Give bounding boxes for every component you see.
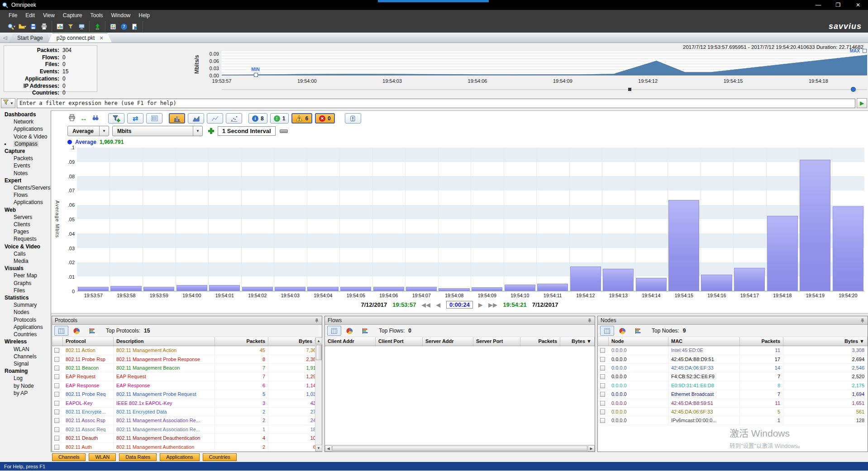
tab-p2p-connect-pkt[interactable]: p2p connect.pkt✕ (48, 33, 112, 43)
pin-icon[interactable] (587, 318, 592, 323)
chart-bar[interactable] (439, 288, 469, 291)
row-checkbox[interactable] (598, 355, 609, 363)
sidebar-item-packets[interactable]: Packets (0, 155, 51, 162)
chart-bar[interactable] (340, 287, 371, 291)
rewind-button[interactable]: ◀ (436, 302, 441, 308)
bar-chart-button[interactable] (169, 113, 185, 124)
bottom-tab-channels[interactable]: Channels (52, 453, 86, 461)
chart-plot-area[interactable] (77, 147, 864, 291)
sidebar-item-applications[interactable]: Applications (0, 125, 51, 133)
monitor-button[interactable] (76, 22, 87, 32)
column-header[interactable]: Node (609, 337, 668, 346)
binoculars-button[interactable] (92, 114, 99, 123)
sidebar-item-channels[interactable]: Channels (0, 353, 51, 360)
chart-bar[interactable] (570, 266, 601, 291)
sidebar-item-summary[interactable]: Summary (0, 301, 51, 309)
sidebar-item-log[interactable]: Log (0, 375, 51, 382)
column-header[interactable]: Client Port (376, 337, 423, 346)
chart-bar[interactable] (110, 286, 141, 291)
close-icon[interactable]: ✕ (99, 35, 103, 41)
timeline-max-marker[interactable] (863, 49, 867, 53)
chart-bar[interactable] (143, 287, 174, 291)
sidebar-item-signal[interactable]: Signal (0, 360, 51, 367)
scroll-thumb[interactable] (332, 446, 587, 451)
table-row[interactable]: 0.0.0.042:45:DA:06:6F:335561 (598, 408, 868, 416)
sidebar-item-flows[interactable]: Flows (0, 191, 51, 199)
sidebar-item-graphs[interactable]: Graphs (0, 280, 51, 287)
table-row[interactable]: EAP RequestEAP Request71,299 (52, 372, 322, 381)
row-checkbox[interactable] (598, 390, 609, 398)
table-row[interactable]: 802.11 Deauth802.11 Management Deauthent… (52, 434, 322, 442)
vertical-scrollbar[interactable]: ▲▼ (315, 338, 322, 452)
column-header[interactable]: Bytes ▼ (783, 337, 868, 346)
table-row[interactable]: 802.11 Probe Req802.11 Management Probe … (52, 390, 322, 399)
sidebar-item-requests[interactable]: Requests (0, 235, 51, 243)
sidebar-item-compass[interactable]: Compass (0, 140, 51, 147)
send-capture-button[interactable] (92, 22, 103, 32)
menu-window[interactable]: Window (107, 11, 135, 20)
row-checkbox[interactable] (52, 399, 63, 407)
sidebar-item-clients-servers[interactable]: Clients/Servers (0, 184, 51, 191)
menu-capture[interactable]: Capture (59, 11, 86, 20)
table-row[interactable]: EAP ResponseEAP Response61,142 (52, 381, 322, 390)
sidebar-item-applications[interactable]: Applications (0, 324, 51, 331)
table-row[interactable]: 802.11 Auth802.11 Management Authenticat… (52, 443, 322, 452)
sidebar-item-events[interactable]: Events (0, 162, 51, 169)
chart-bar[interactable] (636, 278, 667, 291)
table-row[interactable]: 0.0.0.0E0:9D:31:41:E6:D882,175 (598, 381, 868, 390)
area-chart-button[interactable] (188, 113, 204, 124)
event-log-button[interactable] (345, 113, 361, 124)
row-checkbox[interactable] (52, 443, 63, 451)
table-view-button[interactable] (600, 326, 614, 336)
table-row[interactable]: 0.0.0.0F4:CB:52:3C:E6:F972,520 (598, 372, 868, 381)
chart-bar[interactable] (767, 216, 798, 291)
chart-bar[interactable] (209, 285, 240, 291)
column-header[interactable]: MAC (668, 337, 740, 346)
selection-duration[interactable]: 0:00:24 (446, 301, 473, 309)
pie-chart-button[interactable] (343, 326, 357, 336)
row-checkbox[interactable] (52, 416, 63, 424)
chart-bar[interactable] (701, 275, 732, 291)
row-checkbox[interactable] (52, 381, 63, 390)
slider-handle[interactable] (628, 88, 631, 91)
row-checkbox[interactable] (52, 408, 63, 416)
sidebar-item-protocols[interactable]: Protocols (0, 316, 51, 324)
table-row[interactable]: 0.0.0.042:45:DA:B8:D9:51172,694 (598, 355, 868, 364)
column-header[interactable]: Server Port (473, 337, 520, 346)
printer-button[interactable] (68, 114, 76, 123)
menu-file[interactable]: File (5, 11, 21, 20)
column-header[interactable]: Packets (215, 337, 268, 346)
help-button[interactable]: ? (119, 22, 129, 32)
timeline-min-marker[interactable] (254, 73, 258, 77)
options-button[interactable] (108, 22, 119, 32)
folder-open-button[interactable]: ▾ (17, 22, 28, 32)
rewind-fast-button[interactable]: ◀◀ (421, 302, 430, 308)
column-header[interactable]: Bytes ▼ (268, 337, 322, 346)
chart-bar[interactable] (603, 269, 634, 291)
chart-bar[interactable] (176, 285, 207, 291)
row-checkbox[interactable] (52, 355, 63, 363)
column-header[interactable]: Bytes ▼ (560, 337, 595, 346)
row-checkbox[interactable] (52, 346, 63, 354)
close-button[interactable]: ✕ (848, 0, 868, 10)
line-chart-button[interactable] (207, 113, 223, 124)
slider-handle[interactable] (851, 87, 856, 92)
chart-bar[interactable] (242, 287, 273, 291)
maximize-button[interactable]: ❐ (828, 0, 848, 10)
sidebar-item-network[interactable]: Network (0, 118, 51, 125)
sidebar-item-pages[interactable]: Pages (0, 228, 51, 235)
sidebar-item-media[interactable]: Media (0, 257, 51, 265)
menu-edit[interactable]: Edit (21, 11, 39, 20)
fit-width-button[interactable]: ↔ (80, 114, 87, 123)
swap-arrows-button[interactable]: ⇄ (127, 113, 143, 124)
table-row[interactable]: 802.11 Assoc Rsp802.11 Management Associ… (52, 416, 322, 425)
table-row[interactable]: 802.11 Action802.11 Management Action457… (52, 346, 322, 355)
sidebar-item-by-node[interactable]: by Node (0, 382, 51, 390)
sidebar-item-peer-map[interactable]: Peer Map (0, 272, 51, 279)
pin-icon[interactable] (860, 318, 865, 323)
table-row[interactable]: EAPOL-KeyIEEE 802.1x EAPOL-Key3433 (52, 399, 322, 408)
row-checkbox[interactable] (598, 399, 609, 407)
bottom-tab-data-rates[interactable]: Data Rates (119, 453, 157, 461)
row-checkbox[interactable] (598, 346, 609, 354)
sidebar-item-notes[interactable]: Notes (0, 170, 51, 177)
